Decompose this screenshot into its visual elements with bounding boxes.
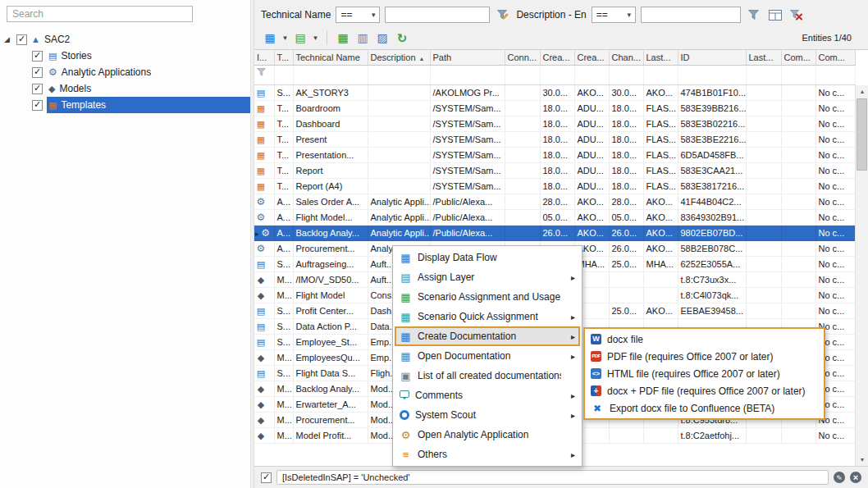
export-table-button[interactable] bbox=[373, 29, 391, 47]
create-documentation-dropdown[interactable] bbox=[281, 29, 290, 47]
filter-funnel-icon[interactable] bbox=[254, 65, 274, 84]
col-created-by[interactable]: Crea... bbox=[574, 50, 609, 65]
submenu-item[interactable]: HTML file (requires Office 2007 or later… bbox=[587, 365, 822, 382]
tree-item[interactable]: Models bbox=[0, 80, 250, 97]
col-changed[interactable]: Chan... bbox=[609, 50, 643, 65]
submenu-item[interactable]: docx + PDF file (requires Office 2007 or… bbox=[587, 382, 822, 399]
tree-item-checkbox[interactable] bbox=[32, 51, 43, 62]
description-operator-select[interactable]: == bbox=[592, 7, 636, 23]
technical-name-operator-select[interactable]: == bbox=[336, 7, 380, 23]
submenu-item[interactable]: docx file bbox=[587, 331, 822, 348]
menu-item[interactable]: Assign Layer bbox=[395, 267, 580, 287]
table-row[interactable]: T... Report /SYSTEM/Sam... 18.0... ADU..… bbox=[254, 162, 855, 178]
submenu-item[interactable]: Export docx file to Confluence (BETA) bbox=[587, 399, 822, 417]
scrollbar-thumb[interactable] bbox=[857, 98, 867, 171]
documentation-options-dropdown[interactable] bbox=[311, 29, 320, 47]
filter-cell[interactable] bbox=[293, 65, 368, 84]
description-filter-input[interactable] bbox=[641, 7, 741, 23]
table-row[interactable]: A... Flight Model... Analytic Appli... /… bbox=[254, 209, 855, 225]
table-row[interactable]: T... Boardroom /SYSTEM/Sam... 18.0... AD… bbox=[254, 100, 855, 116]
table-row[interactable]: T... Presentation... /SYSTEM/Sam... 18.0… bbox=[254, 147, 855, 162]
close-filter-button[interactable] bbox=[850, 472, 861, 483]
filter-cell[interactable] bbox=[540, 65, 574, 84]
technical-name-filter-input[interactable] bbox=[385, 7, 490, 23]
tree-item-checkbox[interactable] bbox=[32, 100, 43, 111]
filter-panel-icon[interactable] bbox=[767, 7, 783, 23]
col-path[interactable]: Path bbox=[430, 50, 505, 65]
col-technical-name[interactable]: Technical Name bbox=[293, 50, 368, 65]
table-row[interactable]: T... Present /SYSTEM/Sam... 18.0... ADU.… bbox=[254, 131, 855, 147]
cell-path: /Public/Alexa... bbox=[430, 194, 505, 209]
filter-cell[interactable] bbox=[368, 65, 430, 84]
search-input[interactable] bbox=[7, 6, 193, 22]
scenario-assignment-icon bbox=[400, 291, 412, 303]
col-id[interactable]: ID bbox=[678, 50, 746, 65]
menu-item[interactable]: List of all created documentations bbox=[395, 366, 580, 385]
cell-technical-name: Boardroom bbox=[293, 100, 368, 116]
menu-item[interactable]: Display Data Flow bbox=[395, 248, 580, 267]
copy-table-button[interactable] bbox=[354, 29, 372, 47]
tree-root-checkbox[interactable] bbox=[16, 34, 27, 45]
export-excel-button[interactable] bbox=[334, 29, 352, 47]
table-row[interactable]: A... Sales Order A... Analytic Appli... … bbox=[254, 194, 855, 209]
tree-item-selection-area[interactable]: Templates bbox=[47, 97, 250, 113]
filter-cell[interactable] bbox=[505, 65, 540, 84]
clear-filter-icon[interactable] bbox=[788, 7, 805, 23]
menu-item[interactable]: System Scout bbox=[395, 405, 580, 425]
col-com-1[interactable]: Com... bbox=[781, 50, 815, 65]
tree-item-selection-area[interactable]: Analytic Applications bbox=[47, 64, 250, 80]
filter-cell[interactable] bbox=[274, 65, 293, 84]
scroll-up-button[interactable] bbox=[856, 85, 868, 98]
menu-item[interactable]: Scenario Quick Assignment bbox=[395, 307, 580, 326]
tree-item-selection-area[interactable]: Models bbox=[47, 80, 250, 97]
filter-cell[interactable] bbox=[430, 65, 505, 84]
menu-item[interactable]: Others bbox=[395, 445, 580, 464]
menu-item[interactable]: Create Documentation bbox=[395, 326, 580, 346]
scenario-quick-assignment-icon bbox=[400, 311, 412, 323]
scroll-down-button[interactable] bbox=[856, 454, 868, 466]
filter-cell[interactable] bbox=[609, 65, 643, 84]
create-documentation-toolbar-button[interactable] bbox=[261, 29, 279, 47]
tree-item-checkbox[interactable] bbox=[32, 67, 43, 78]
tree-item-checkbox[interactable] bbox=[32, 84, 43, 94]
status-filter-checkbox[interactable] bbox=[261, 472, 272, 483]
vertical-scrollbar[interactable] bbox=[855, 85, 868, 466]
table-row[interactable]: T... Report (A4) /SYSTEM/Sam... 18.0... … bbox=[254, 178, 855, 194]
filter-expression-field[interactable]: [IsDeletedInSAP] = 'Unchecked' bbox=[276, 470, 829, 485]
filter-cell[interactable] bbox=[815, 65, 855, 84]
col-com-2[interactable]: Com... bbox=[815, 50, 855, 65]
col-last-changed-by[interactable]: Last... bbox=[643, 50, 678, 65]
filter-cell[interactable] bbox=[678, 65, 746, 84]
cell-changed: 25.0... bbox=[609, 303, 643, 318]
tree-item[interactable]: Templates bbox=[0, 97, 250, 113]
filter-cell[interactable] bbox=[643, 65, 678, 84]
table-row[interactable]: A... Backlog Analy... Analytic Appli... … bbox=[254, 225, 855, 240]
menu-item[interactable]: Scenario Assignment and Usage bbox=[395, 287, 580, 307]
col-description[interactable]: Description bbox=[368, 50, 430, 65]
filter-cell[interactable] bbox=[574, 65, 609, 84]
tree-item-selection-area[interactable]: Stories bbox=[47, 48, 250, 64]
edit-filter-button[interactable] bbox=[834, 472, 845, 483]
tree-root-sac2[interactable]: SAC2 bbox=[0, 31, 250, 48]
col-last[interactable]: Last... bbox=[746, 50, 781, 65]
table-row[interactable]: S... AK_STORY3 /AKOLMOG Pr... 30.0... AK… bbox=[254, 84, 855, 100]
col-icon[interactable]: I... bbox=[254, 50, 274, 65]
filter-cell[interactable] bbox=[746, 65, 781, 84]
funnel-edit-icon[interactable] bbox=[495, 7, 511, 23]
tree-item[interactable]: Analytic Applications bbox=[0, 64, 250, 80]
col-connection[interactable]: Conn... bbox=[505, 50, 540, 65]
col-created[interactable]: Crea... bbox=[540, 50, 574, 65]
funnel-icon[interactable] bbox=[746, 7, 762, 23]
menu-item[interactable]: Open Analytic Application bbox=[395, 425, 580, 445]
filter-cell[interactable] bbox=[781, 65, 815, 84]
documentation-options-button[interactable] bbox=[291, 29, 309, 47]
cell-last bbox=[746, 427, 781, 443]
expander-icon[interactable] bbox=[4, 36, 12, 43]
tree-item[interactable]: Stories bbox=[0, 48, 250, 64]
menu-item[interactable]: Comments bbox=[395, 385, 580, 405]
submenu-item[interactable]: PDF file (requires Office 2007 or later) bbox=[587, 348, 822, 365]
refresh-button[interactable] bbox=[393, 29, 411, 47]
table-row[interactable]: T... Dashboard /SYSTEM/Sam... 18.0... AD… bbox=[254, 116, 855, 131]
menu-item[interactable]: Open Documentation bbox=[395, 346, 580, 366]
col-type[interactable]: T... bbox=[274, 50, 293, 65]
